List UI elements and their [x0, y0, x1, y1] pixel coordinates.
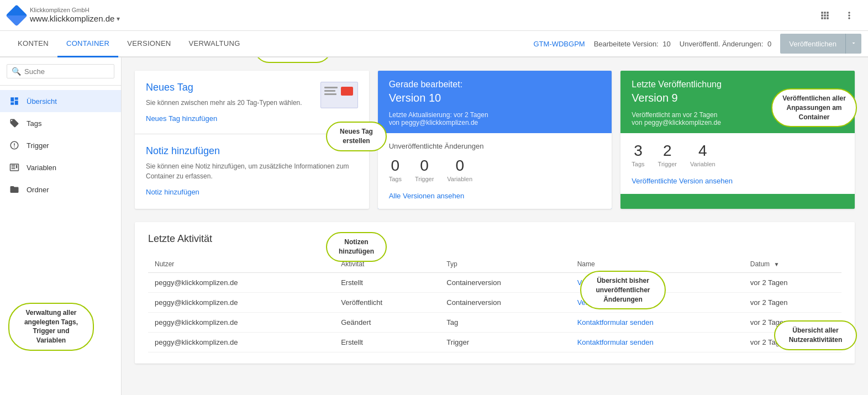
publish-btn-wrapper: Veröffentlichen [780, 34, 861, 54]
pub-stat-trigger-value: 2 [658, 142, 677, 160]
tab-konten[interactable]: KONTEN [9, 31, 57, 57]
ordner-icon [9, 184, 20, 195]
cell-name[interactable]: Version 9 [571, 273, 744, 293]
cell-nutzer: peggy@klickkomplizen.de [148, 293, 334, 313]
letzte-veroeffentlichung-card: Letzte Veröffentlichung Version 9 Veröff… [620, 71, 855, 209]
gerade-bearbeitet-update: Letzte Aktualisierung: vor 2 Tagen [389, 111, 601, 119]
apps-icon-button[interactable] [815, 6, 835, 25]
alle-versionen-link[interactable]: Alle Versionen ansehen [389, 192, 601, 200]
tab-verwaltung[interactable]: VERWALTUNG [180, 31, 249, 57]
col-aktivitaet: Aktivität [334, 256, 440, 273]
sidebar-item-variablen[interactable]: Variablen [0, 156, 121, 178]
cell-nutzer: peggy@klickkomplizen.de [148, 333, 334, 352]
tab-versionen[interactable]: VERSIONEN [118, 31, 180, 57]
sidebar-item-label: Übersicht [27, 97, 57, 106]
cell-name[interactable]: Version 9 [571, 293, 744, 313]
tag-visual [320, 82, 358, 108]
sort-arrow: ▼ [774, 261, 779, 267]
variablen-icon [9, 162, 20, 173]
cell-name[interactable]: Kontaktformular senden [571, 333, 744, 352]
cell-typ: Trigger [440, 333, 570, 352]
neues-tag-section: Neues Tag Sie können zwischen mehr als 2… [135, 71, 369, 134]
stat-variablen-value: 0 [447, 157, 472, 175]
gerade-bearbeitet-title: Gerade bearbeitet: [389, 80, 601, 89]
cell-datum: vor 2 Tagen [744, 333, 841, 352]
tab-container[interactable]: CONTAINER [57, 31, 118, 57]
top-header: Klickkomplizen GmbH www.klickkomplizen.d… [0, 0, 868, 31]
cell-datum: vor 2 Tagen [744, 313, 841, 333]
logo-icon [6, 4, 28, 27]
cards-row: Neues Tag Sie können zwischen mehr als 2… [135, 71, 855, 209]
pub-stats-row: 3 Tags 2 Trigger 4 Variablen [632, 142, 844, 168]
pub-stat-trigger-label: Trigger [658, 161, 677, 167]
cell-datum: vor 2 Tagen [744, 293, 841, 313]
url-dropdown-arrow[interactable]: ▾ [117, 15, 120, 23]
pub-stat-tags-value: 3 [632, 142, 644, 160]
stat-trigger-label: Trigger [415, 176, 434, 182]
letzte-veroeffentlichung-body: 3 Tags 2 Trigger 4 Variablen Veröffentli… [620, 133, 855, 194]
main-layout: 🔍 Übersicht Tags Trigger [0, 57, 868, 395]
col-nutzer: Nutzer [148, 256, 334, 273]
letzte-veroeffentlichung-header: Letzte Veröffentlichung Version 9 Veröff… [620, 71, 855, 133]
uebersicht-icon [9, 96, 20, 107]
more-menu-button[interactable] [839, 6, 859, 25]
notiz-section: Notiz hinzufügen Sie können eine Notiz h… [135, 134, 369, 207]
sidebar: 🔍 Übersicht Tags Trigger [0, 57, 122, 395]
stat-variablen: 0 Variablen [447, 157, 472, 183]
search-box: 🔍 [0, 57, 121, 86]
sidebar-item-label: Variablen [27, 164, 56, 172]
logo-area: Klickkomplizen GmbH www.klickkomplizen.d… [9, 7, 120, 24]
stat-tags-value: 0 [389, 157, 402, 175]
letzte-veroeffentlichung-user: von peggy@klickkomplizen.de [632, 119, 844, 127]
veroeffentlichte-version-link[interactable]: Veröffentlichte Version ansehen [632, 177, 844, 185]
pub-stat-variablen: 4 Variablen [690, 142, 716, 168]
letzte-veroeffentlichung-title: Letzte Veröffentlichung [632, 80, 844, 89]
gtm-id: GTM-WDBGPM [534, 40, 585, 48]
search-input[interactable] [24, 67, 109, 76]
table-row: peggy@klickkomplizen.de Erstellt Contain… [148, 273, 841, 293]
stats-row: 0 Tags 0 Trigger 0 Variablen [389, 157, 601, 183]
neues-tag-link[interactable]: Neues Tag hinzufügen [146, 114, 358, 123]
publish-dropdown-button[interactable] [845, 34, 861, 54]
cell-typ: Containerversion [440, 273, 570, 293]
pub-stat-variablen-label: Variablen [690, 161, 716, 167]
sidebar-item-uebersicht[interactable]: Übersicht [0, 90, 121, 112]
company-name: Klickkomplizen GmbH [30, 7, 120, 14]
cell-nutzer: peggy@klickkomplizen.de [148, 313, 334, 333]
nav-right: GTM-WDBGPM Bearbeitete Version: 10 Unver… [534, 34, 869, 54]
tags-icon [9, 118, 20, 129]
cell-typ: Tag [440, 313, 570, 333]
more-icon [844, 10, 855, 21]
activity-title: Letzte Aktivität [148, 233, 841, 245]
col-name: Name [571, 256, 744, 273]
table-row: peggy@klickkomplizen.de Geändert Tag Kon… [148, 313, 841, 333]
sidebar-item-trigger[interactable]: Trigger [0, 134, 121, 156]
cell-aktivitaet: Geändert [334, 313, 440, 333]
notiz-link[interactable]: Notiz hinzufügen [146, 188, 358, 196]
publish-button[interactable]: Veröffentlichen [780, 34, 845, 54]
sidebar-item-tags[interactable]: Tags [0, 112, 121, 134]
pub-stat-variablen-value: 4 [690, 142, 716, 160]
quick-actions-card: Neues Tag Sie können zwischen mehr als 2… [135, 71, 369, 209]
stat-trigger-value: 0 [415, 157, 434, 175]
sidebar-item-ordner[interactable]: Ordner [0, 178, 121, 201]
pub-stat-tags-label: Tags [632, 161, 644, 167]
brand-info: Klickkomplizen GmbH www.klickkomplizen.d… [30, 7, 120, 24]
sidebar-item-label: Trigger [27, 141, 49, 150]
search-wrapper: 🔍 [7, 64, 114, 78]
letzte-veroeffentlichung-version: Version 9 [632, 92, 844, 104]
cell-typ: Containerversion [440, 293, 570, 313]
gerade-bearbeitet-version: Version 10 [389, 92, 601, 104]
gerade-bearbeitet-body: Unveröffentlichte Änderungen 0 Tags 0 Tr… [378, 133, 612, 209]
notiz-title: Notiz hinzufügen [146, 145, 358, 157]
brand-url[interactable]: www.klickkomplizen.de ▾ [30, 14, 120, 24]
cell-name[interactable]: Kontaktformular senden [571, 313, 744, 333]
callout-allgemeine: AllgemeineKontoverwaltung [254, 57, 332, 63]
content-area: AllgemeineKontoverwaltung [122, 57, 868, 395]
cell-aktivitaet: Erstellt [334, 333, 440, 352]
cell-aktivitaet: Veröffentlicht [334, 293, 440, 313]
activity-table: Nutzer Aktivität Typ Name Datum ▼ peggy@… [148, 256, 841, 352]
pub-stat-tags: 3 Tags [632, 142, 644, 168]
sidebar-nav: Übersicht Tags Trigger Variablen [0, 86, 121, 395]
cell-datum: vor 2 Tagen [744, 273, 841, 293]
